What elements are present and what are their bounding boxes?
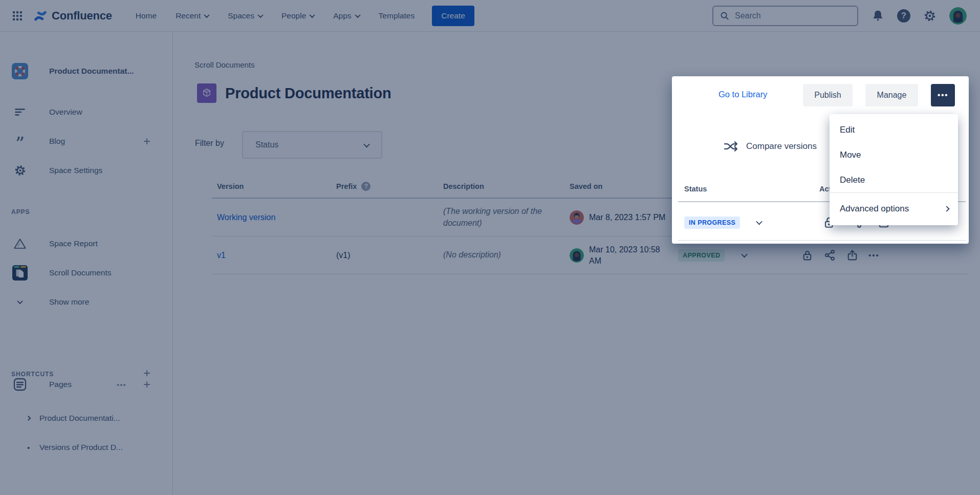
dim-overlay	[0, 0, 980, 495]
chevron-down-icon[interactable]	[756, 219, 763, 225]
compare-versions-button[interactable]: Compare versions	[723, 140, 817, 153]
publish-button[interactable]: Publish	[803, 84, 853, 106]
panel-row-divider	[678, 240, 966, 241]
shuffle-icon	[723, 140, 738, 153]
compare-versions-label: Compare versions	[746, 141, 817, 152]
menu-item-advanced-options[interactable]: Advanced options	[830, 193, 958, 222]
menu-item-move[interactable]: Move	[830, 142, 958, 167]
panel-status-header: Status	[684, 185, 707, 193]
menu-item-delete[interactable]: Delete	[830, 167, 958, 192]
chevron-right-icon	[944, 206, 949, 211]
more-options-menu: Edit Move Delete Advanced options	[830, 114, 958, 225]
go-to-library-link[interactable]: Go to Library	[718, 90, 767, 99]
manage-button[interactable]: Manage	[865, 84, 918, 106]
menu-item-edit[interactable]: Edit	[830, 117, 958, 142]
menu-item-label: Advanced options	[840, 204, 909, 214]
more-options-button[interactable]: •••	[931, 84, 955, 106]
status-badge: IN PROGRESS	[684, 217, 740, 229]
